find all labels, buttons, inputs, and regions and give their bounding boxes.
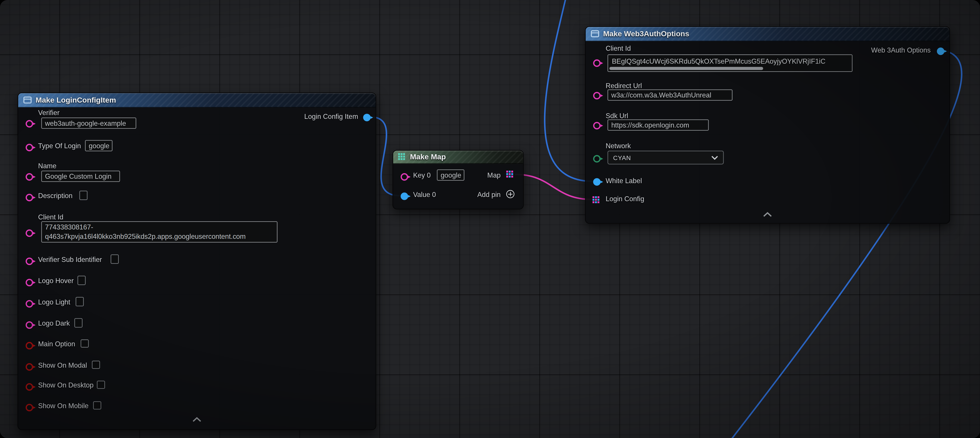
node-title: Make LoginConfigItem	[36, 96, 116, 104]
pin-redirect-url[interactable]	[593, 92, 601, 99]
make-map-icon	[398, 153, 406, 161]
network-dropdown-value: CYAN	[613, 154, 631, 161]
node-header-make-map[interactable]: Make Map	[393, 151, 523, 164]
pin-description[interactable]	[25, 194, 33, 201]
output-label-login-config-item: Login Config Item	[304, 113, 358, 120]
client-id-input-text: BEglQSgt4cUWcj6SKRdu5QkOXTsePmMcusG5EAoy…	[608, 55, 852, 66]
node-make-map[interactable]: Make Map Key 0 google Map Value 0 Add pi…	[393, 150, 524, 209]
type-of-login-input[interactable]: google	[85, 140, 113, 151]
pin-label-client-id: Client Id	[606, 44, 631, 52]
client-id-hscrollbar[interactable]	[609, 67, 763, 70]
name-input[interactable]: Google Custom Login	[41, 171, 120, 182]
pin-label-show-on-mobile: Show On Mobile	[38, 402, 89, 409]
pin-verifier-sub-identifier[interactable]	[25, 258, 33, 265]
pin-label-verifier: Verifier	[38, 109, 59, 116]
collapse-chevron-icon[interactable]	[192, 417, 202, 422]
logo-dark-input[interactable]	[74, 318, 83, 328]
main-option-checkbox[interactable]	[81, 339, 89, 348]
pin-label-verifier-sub-identifier: Verifier Sub Identifier	[38, 256, 102, 263]
pin-label-type-of-login: Type Of Login	[38, 142, 81, 150]
pin-show-on-desktop[interactable]	[25, 383, 33, 391]
node-title: Make Map	[410, 153, 446, 161]
pin-show-on-mobile[interactable]	[25, 404, 33, 411]
pin-label-sdk-url: Sdk Url	[606, 112, 628, 119]
node-header-make-web3authoptions[interactable]: Make Web3AuthOptions	[586, 27, 950, 41]
pin-label-login-config: Login Config	[606, 195, 644, 202]
pin-sdk-url[interactable]	[593, 122, 601, 129]
make-struct-icon	[590, 30, 599, 38]
chevron-down-icon	[711, 155, 718, 160]
pin-label-logo-dark: Logo Dark	[38, 319, 70, 327]
sdk-url-input[interactable]: https://sdk.openlogin.com	[608, 119, 709, 131]
pin-type-of-login[interactable]	[25, 144, 33, 151]
output-pin-map-icon[interactable]	[506, 171, 514, 179]
pin-login-config-map-icon[interactable]	[593, 196, 601, 204]
pin-label-logo-hover: Logo Hover	[38, 277, 74, 284]
pin-label-white-label: White Label	[606, 177, 642, 185]
node-title: Make Web3AuthOptions	[603, 29, 689, 38]
pin-logo-hover[interactable]	[25, 279, 33, 287]
key-0-input[interactable]: google	[437, 169, 465, 181]
pin-client-id[interactable]	[25, 229, 33, 237]
add-pin-label: Add pin	[477, 191, 501, 198]
pin-main-option[interactable]	[25, 342, 33, 349]
node-header-make-loginconfigitem[interactable]: Make LoginConfigItem	[18, 93, 375, 107]
pin-label-name: Name	[38, 162, 56, 169]
verifier-input[interactable]: web3auth-google-example	[41, 118, 136, 129]
output-label-web3auth-options: Web 3Auth Options	[871, 46, 931, 54]
pin-client-id[interactable]	[593, 59, 601, 67]
client-id-input[interactable]: BEglQSgt4cUWcj6SKRdu5QkOXTsePmMcusG5EAoy…	[608, 54, 853, 72]
verifier-sub-identifier-input[interactable]	[111, 254, 119, 264]
logo-light-input[interactable]	[76, 297, 84, 306]
pin-name[interactable]	[25, 173, 33, 181]
client-id-input[interactable]: 774338308167-q463s7kpvja16l4l0kko3nb925i…	[41, 221, 277, 242]
pin-verifier[interactable]	[25, 120, 33, 127]
wire-map-to-loginconfig[interactable]	[515, 175, 592, 199]
pin-label-main-option: Main Option	[38, 340, 75, 348]
pin-label-redirect-url: Redirect Url	[606, 82, 642, 89]
node-make-web3authoptions[interactable]: Make Web3AuthOptions Web 3Auth Options C…	[585, 26, 950, 224]
collapse-chevron-icon[interactable]	[763, 212, 773, 217]
pin-label-client-id: Client Id	[38, 213, 63, 221]
pin-label-logo-light: Logo Light	[38, 298, 70, 306]
description-input[interactable]	[80, 191, 88, 200]
redirect-url-input[interactable]: w3a://com.w3a.Web3AuthUnreal	[608, 89, 733, 101]
pin-label-value-0: Value 0	[413, 191, 436, 198]
pin-label-network: Network	[606, 142, 631, 150]
pin-logo-dark[interactable]	[25, 322, 33, 329]
output-label-map: Map	[487, 171, 501, 179]
pin-label-show-on-modal: Show On Modal	[38, 361, 87, 369]
pin-logo-light[interactable]	[25, 300, 33, 307]
output-pin-web3auth-options[interactable]	[937, 48, 944, 55]
output-pin-login-config-item[interactable]	[363, 114, 371, 121]
pin-label-description: Description	[38, 192, 73, 199]
node-make-loginconfigitem[interactable]: Make LoginConfigItem Login Config Item V…	[18, 92, 376, 430]
pin-show-on-modal[interactable]	[25, 363, 33, 371]
add-pin-icon[interactable]	[506, 190, 514, 198]
logo-hover-input[interactable]	[78, 276, 86, 285]
pin-label-key-0: Key 0	[413, 171, 431, 179]
network-dropdown[interactable]: CYAN	[608, 151, 724, 164]
make-struct-icon	[23, 96, 32, 104]
pin-white-label[interactable]	[593, 178, 601, 186]
blueprint-canvas[interactable]: Make LoginConfigItem Login Config Item V…	[0, 0, 980, 438]
pin-value-0[interactable]	[401, 193, 408, 200]
show-on-mobile-checkbox[interactable]	[93, 401, 101, 409]
show-on-modal-checkbox[interactable]	[92, 361, 100, 369]
pin-label-show-on-desktop: Show On Desktop	[38, 381, 94, 389]
pin-network[interactable]	[593, 155, 601, 163]
pin-key-0[interactable]	[401, 173, 408, 181]
show-on-desktop-checkbox[interactable]	[97, 381, 105, 389]
